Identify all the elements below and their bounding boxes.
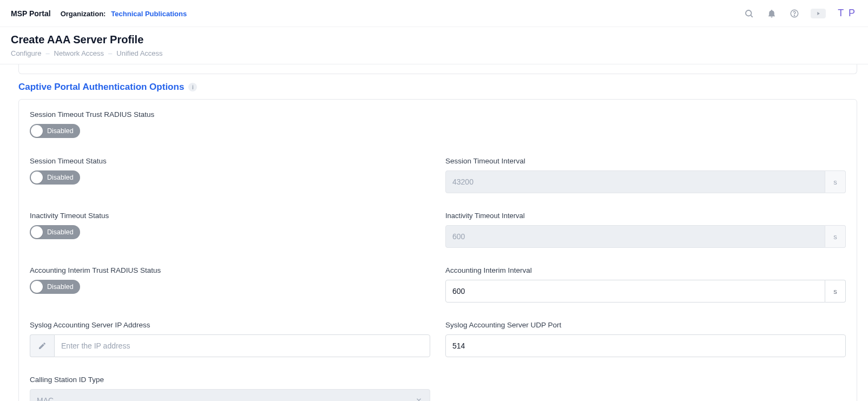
field-label: Session Timeout Trust RADIUS Status bbox=[30, 110, 846, 119]
empty-cell bbox=[445, 376, 846, 401]
toggle-knob bbox=[31, 172, 43, 183]
input-syslog-ip[interactable] bbox=[54, 334, 430, 357]
select-calling-station-id-type[interactable] bbox=[30, 389, 430, 401]
main-content: Captive Portal Authentication Options i … bbox=[0, 64, 868, 401]
field-label: Syslog Accounting Server UDP Port bbox=[445, 321, 846, 329]
field-inactivity-timeout-interval: Inactivity Timeout Interval s bbox=[445, 212, 846, 248]
previous-section-card-bottom bbox=[18, 64, 857, 74]
toggle-state: Disabled bbox=[47, 228, 74, 236]
field-label: Syslog Accounting Server IP Address bbox=[30, 321, 430, 329]
breadcrumb-item[interactable]: Configure bbox=[11, 49, 41, 57]
unit-seconds: s bbox=[825, 280, 846, 303]
play-chip-icon[interactable] bbox=[811, 9, 826, 18]
field-label: Inactivity Timeout Interval bbox=[445, 212, 846, 220]
info-icon[interactable]: i bbox=[188, 83, 197, 91]
field-session-timeout-trust-radius: Session Timeout Trust RADIUS Status Disa… bbox=[30, 110, 846, 139]
toggle-accounting-interim-trust-radius[interactable]: Disabled bbox=[30, 280, 80, 294]
section-title: Captive Portal Authentication Options bbox=[18, 82, 184, 93]
svg-point-0 bbox=[746, 10, 752, 16]
field-label: Inactivity Timeout Status bbox=[30, 212, 430, 220]
org-switcher[interactable]: Organization: Technical Publications bbox=[61, 9, 187, 18]
breadcrumb: Configure – Network Access – Unified Acc… bbox=[11, 49, 857, 57]
topbar: MSP Portal Organization: Technical Publi… bbox=[0, 0, 868, 27]
field-label: Calling Station ID Type bbox=[30, 376, 430, 384]
toggle-session-timeout-status[interactable]: Disabled bbox=[30, 170, 80, 185]
svg-point-3 bbox=[794, 15, 795, 16]
breadcrumb-item[interactable]: Network Access bbox=[54, 49, 104, 57]
help-icon[interactable] bbox=[788, 7, 801, 20]
unit-seconds: s bbox=[825, 225, 846, 248]
field-label: Session Timeout Interval bbox=[445, 157, 846, 165]
toggle-knob bbox=[31, 226, 43, 238]
breadcrumb-sep: – bbox=[108, 49, 112, 57]
bell-icon[interactable] bbox=[765, 7, 778, 20]
breadcrumb-item[interactable]: Unified Access bbox=[116, 49, 162, 57]
breadcrumb-sep: – bbox=[45, 49, 49, 57]
svg-line-1 bbox=[751, 15, 753, 17]
toggle-session-timeout-trust-radius[interactable]: Disabled bbox=[30, 124, 80, 138]
toggle-state: Disabled bbox=[47, 283, 74, 291]
organization-label: Organization: bbox=[61, 10, 106, 18]
field-session-timeout-interval: Session Timeout Interval s bbox=[445, 157, 846, 193]
field-label: Session Timeout Status bbox=[30, 157, 430, 165]
input-accounting-interim-interval[interactable] bbox=[445, 280, 825, 303]
field-label: Accounting Interim Interval bbox=[445, 266, 846, 274]
field-calling-station-id-type: Calling Station ID Type bbox=[30, 376, 430, 401]
topbar-right: T P bbox=[742, 6, 858, 20]
field-syslog-port: Syslog Accounting Server UDP Port bbox=[445, 321, 846, 357]
page-header: Create AAA Server Profile Configure – Ne… bbox=[0, 27, 868, 64]
toggle-knob bbox=[31, 281, 43, 293]
toggle-knob bbox=[31, 125, 43, 137]
field-accounting-interim-interval: Accounting Interim Interval s bbox=[445, 266, 846, 303]
captive-portal-card: Session Timeout Trust RADIUS Status Disa… bbox=[18, 99, 857, 401]
user-avatar[interactable]: T P bbox=[836, 6, 858, 20]
toggle-state: Disabled bbox=[47, 174, 74, 181]
section-title-row: Captive Portal Authentication Options i bbox=[18, 82, 857, 93]
field-accounting-interim-trust-radius: Accounting Interim Trust RADIUS Status D… bbox=[30, 266, 430, 303]
input-session-timeout-interval[interactable] bbox=[445, 170, 825, 193]
field-session-timeout-status: Session Timeout Status Disabled bbox=[30, 157, 430, 193]
toggle-state: Disabled bbox=[47, 127, 74, 135]
msp-portal-label[interactable]: MSP Portal bbox=[11, 9, 51, 18]
field-label: Accounting Interim Trust RADIUS Status bbox=[30, 266, 430, 274]
pencil-icon[interactable] bbox=[30, 334, 54, 357]
field-inactivity-timeout-status: Inactivity Timeout Status Disabled bbox=[30, 212, 430, 248]
unit-seconds: s bbox=[825, 170, 846, 193]
input-inactivity-timeout-interval[interactable] bbox=[445, 225, 825, 248]
search-icon[interactable] bbox=[742, 7, 755, 20]
toggle-inactivity-timeout-status[interactable]: Disabled bbox=[30, 225, 80, 239]
organization-link[interactable]: Technical Publications bbox=[111, 10, 187, 18]
field-syslog-ip: Syslog Accounting Server IP Address bbox=[30, 321, 430, 357]
topbar-left: MSP Portal Organization: Technical Publi… bbox=[11, 9, 187, 18]
page-title: Create AAA Server Profile bbox=[11, 34, 857, 46]
input-syslog-port[interactable] bbox=[445, 334, 846, 357]
